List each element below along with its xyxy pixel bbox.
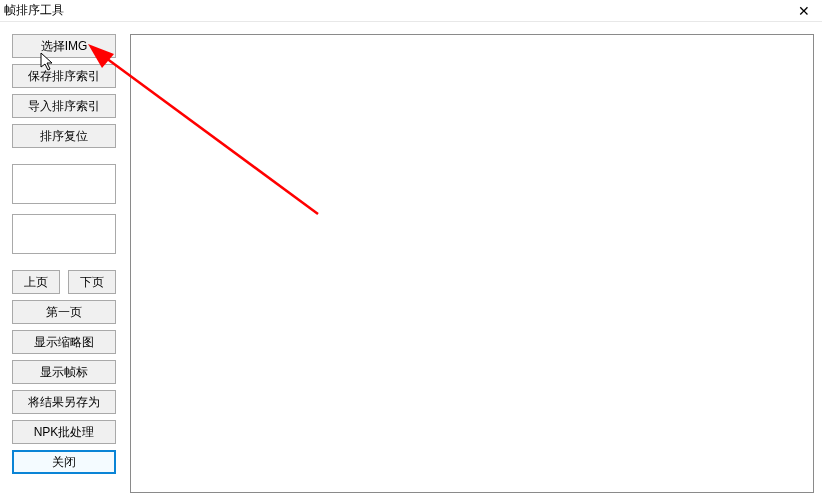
reset-sort-button[interactable]: 排序复位 <box>12 124 116 148</box>
window-title: 帧排序工具 <box>4 2 64 19</box>
info-box-2 <box>12 214 116 254</box>
save-result-as-button[interactable]: 将结果另存为 <box>12 390 116 414</box>
preview-canvas <box>130 34 814 493</box>
sidebar: 选择IMG 保存排序索引 导入排序索引 排序复位 上页 下页 第一页 显示缩略图… <box>12 34 116 474</box>
close-icon[interactable]: ✕ <box>792 2 816 20</box>
close-button[interactable]: 关闭 <box>12 450 116 474</box>
import-sort-index-button[interactable]: 导入排序索引 <box>12 94 116 118</box>
prev-page-button[interactable]: 上页 <box>12 270 60 294</box>
npk-batch-button[interactable]: NPK批处理 <box>12 420 116 444</box>
show-thumbnails-button[interactable]: 显示缩略图 <box>12 330 116 354</box>
next-page-button[interactable]: 下页 <box>68 270 116 294</box>
save-sort-index-button[interactable]: 保存排序索引 <box>12 64 116 88</box>
first-page-button[interactable]: 第一页 <box>12 300 116 324</box>
pager-row: 上页 下页 <box>12 270 116 294</box>
titlebar: 帧排序工具 ✕ <box>0 0 822 22</box>
spacer <box>12 260 116 264</box>
info-box-1 <box>12 164 116 204</box>
select-img-button[interactable]: 选择IMG <box>12 34 116 58</box>
show-frame-marker-button[interactable]: 显示帧标 <box>12 360 116 384</box>
spacer <box>12 154 116 158</box>
body-area: 选择IMG 保存排序索引 导入排序索引 排序复位 上页 下页 第一页 显示缩略图… <box>0 22 822 501</box>
